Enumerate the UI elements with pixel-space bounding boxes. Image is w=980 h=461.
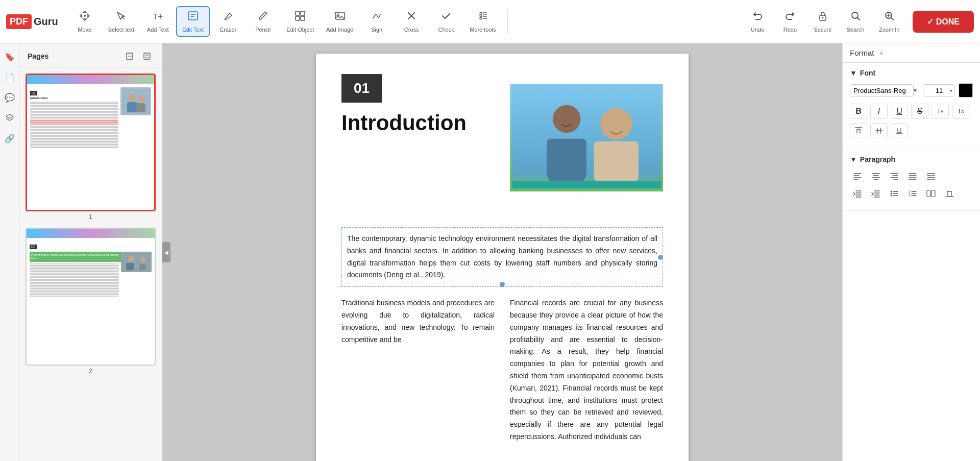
pages-panel: Pages 01 In bbox=[19, 43, 162, 461]
thumb2-img bbox=[121, 252, 152, 272]
align-left-button[interactable] bbox=[850, 169, 865, 183]
main-area: 🔖 📄 💬 🔗 Pages bbox=[0, 43, 980, 461]
thumb1-line bbox=[30, 132, 118, 133]
align-right-button[interactable] bbox=[887, 169, 902, 183]
svg-rect-22 bbox=[136, 103, 145, 112]
toolbar-divider bbox=[507, 9, 508, 34]
thumb1-line bbox=[30, 127, 118, 128]
svg-rect-2 bbox=[188, 12, 198, 20]
indent-increase-button[interactable] bbox=[868, 187, 884, 200]
doc-columns: Traditional business models and procedur… bbox=[341, 297, 663, 443]
page-thumb-2-content: 02 Promoting Best Practice and Reducing … bbox=[27, 229, 155, 365]
page-document: 01 Introduction bbox=[316, 54, 689, 461]
action-undo[interactable]: Undo bbox=[743, 7, 772, 36]
thumb1-line bbox=[30, 147, 118, 148]
thumb1-line bbox=[30, 126, 118, 127]
redo-icon bbox=[785, 10, 796, 25]
style-bold-button[interactable]: B bbox=[850, 104, 867, 119]
text-baseline-button[interactable] bbox=[942, 187, 957, 200]
tool-add-text[interactable]: T Add Text bbox=[141, 7, 174, 36]
sidebar-icon-comments[interactable]: 💬 bbox=[2, 89, 18, 106]
list-bullet-button[interactable] bbox=[887, 187, 902, 200]
paragraph-section: ▼ Paragraph bbox=[843, 149, 980, 211]
list-numbered-button[interactable]: 1.2.3. bbox=[905, 187, 920, 200]
thumb1-line bbox=[30, 106, 118, 107]
tool-select-text[interactable]: Select text bbox=[103, 7, 139, 36]
font-select[interactable]: ProductSans-Reg Arial Times New Roman bbox=[850, 84, 914, 97]
sidebar-icon-bookmark[interactable]: 🔖 bbox=[2, 48, 18, 65]
action-redo[interactable]: Redo bbox=[776, 7, 804, 36]
thumb1-line bbox=[30, 109, 118, 110]
action-search[interactable]: Search bbox=[841, 7, 870, 36]
action-secure[interactable]: Secure bbox=[808, 7, 837, 36]
tool-edit-object[interactable]: Edit Object bbox=[281, 7, 319, 36]
tool-more-tools[interactable]: More tools bbox=[464, 7, 501, 36]
svg-rect-42 bbox=[927, 190, 930, 197]
done-button[interactable]: ✓ DONE bbox=[913, 11, 974, 33]
font-color-swatch[interactable] bbox=[959, 83, 973, 98]
align-distribute-button[interactable] bbox=[923, 169, 939, 183]
align-center-button[interactable] bbox=[868, 169, 884, 183]
format-close-button[interactable]: × bbox=[879, 49, 884, 57]
align-justify-button[interactable] bbox=[905, 169, 920, 183]
collapse-button[interactable]: ◀ bbox=[162, 242, 170, 262]
sidebar-icon-link[interactable]: 🔗 bbox=[2, 130, 18, 147]
thumb1-line bbox=[30, 102, 118, 103]
svg-point-10 bbox=[480, 15, 482, 17]
tool-sign[interactable]: Sign bbox=[360, 7, 393, 36]
align-row-2: 1.2.3. bbox=[850, 187, 973, 200]
tool-check[interactable]: Check bbox=[430, 7, 462, 36]
sidebar-icon-pages[interactable]: 📄 bbox=[2, 69, 18, 85]
thumb1-line bbox=[30, 129, 118, 130]
add-image-icon bbox=[334, 10, 346, 25]
tool-eraser-label: Eraser bbox=[220, 27, 236, 33]
tool-pencil[interactable]: Pencil bbox=[247, 7, 279, 36]
action-zoom[interactable]: Zoom In bbox=[874, 7, 904, 36]
style-underline-button[interactable]: U bbox=[891, 104, 908, 119]
thumb1-gradient-bar bbox=[27, 75, 154, 84]
format-panel-title: Format bbox=[850, 48, 874, 57]
svg-point-11 bbox=[480, 17, 482, 19]
indent-decrease-button[interactable] bbox=[850, 187, 865, 200]
sidebar-icon-layers[interactable] bbox=[2, 110, 18, 126]
style-superscript-button[interactable]: TA bbox=[932, 104, 949, 119]
page-thumb-2[interactable]: 02 Promoting Best Practice and Reducing … bbox=[26, 228, 156, 377]
thumb2-line bbox=[30, 283, 119, 284]
svg-point-37 bbox=[891, 193, 892, 195]
para-section-title[interactable]: ▼ Paragraph bbox=[850, 155, 973, 163]
pages-icon-a[interactable] bbox=[123, 50, 136, 63]
style-italic-button[interactable]: I bbox=[870, 104, 888, 119]
thumb1-line bbox=[30, 108, 118, 109]
thumb2-body: 02 Promoting Best Practice and Reducing … bbox=[27, 238, 155, 365]
format-panel: Format × ▼ Font ProductSans-Reg Arial Ti… bbox=[842, 43, 980, 461]
action-undo-label: Undo bbox=[751, 27, 764, 33]
thumb2-line bbox=[30, 286, 119, 287]
style-strikethrough-button[interactable]: S bbox=[911, 104, 928, 119]
style-align-middle-button[interactable] bbox=[870, 123, 888, 138]
font-section-title[interactable]: ▼ Font bbox=[850, 69, 973, 77]
page-thumb-1[interactable]: 01 Introduction bbox=[26, 74, 156, 223]
more-tools-icon bbox=[477, 10, 488, 25]
font-size-input[interactable] bbox=[924, 84, 954, 97]
text-columns-button[interactable] bbox=[923, 187, 939, 200]
tool-add-image-label: Add Image bbox=[326, 27, 353, 33]
tool-move[interactable]: Move bbox=[68, 7, 101, 36]
style-subscript-button[interactable]: TA bbox=[952, 104, 969, 119]
thumb1-line bbox=[30, 103, 118, 104]
resize-handle-bottom[interactable] bbox=[500, 282, 505, 287]
page-thumb-1-content: 01 Introduction bbox=[27, 75, 154, 210]
tool-eraser[interactable]: Eraser bbox=[212, 7, 244, 36]
style-align-top-button[interactable] bbox=[850, 123, 867, 138]
pages-icon-b[interactable] bbox=[140, 50, 154, 63]
style-align-bottom-button[interactable] bbox=[891, 123, 908, 138]
action-redo-label: Redo bbox=[783, 27, 797, 33]
tool-edit-text[interactable]: Edit Text bbox=[176, 6, 210, 37]
tool-add-image[interactable]: Add Image bbox=[321, 7, 358, 36]
doc-text-block-main[interactable]: The contemporary, dynamic technology env… bbox=[341, 227, 663, 287]
thumb1-line bbox=[30, 105, 118, 106]
thumb1-line bbox=[30, 114, 118, 115]
svg-text:T: T bbox=[153, 12, 158, 20]
svg-rect-17 bbox=[144, 53, 150, 59]
tool-cross[interactable]: Cross bbox=[395, 7, 428, 36]
resize-handle-right[interactable] bbox=[658, 255, 663, 260]
